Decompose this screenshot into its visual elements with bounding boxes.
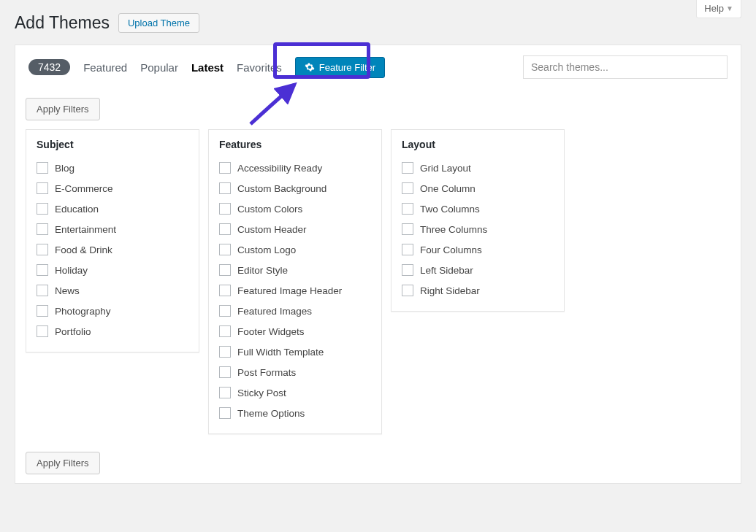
filter-option[interactable]: Theme Options	[218, 403, 373, 423]
option-label: Featured Images	[237, 306, 312, 317]
option-label: One Column	[420, 183, 476, 194]
filter-option[interactable]: Three Columns	[400, 219, 555, 239]
option-label: Theme Options	[237, 408, 305, 419]
filter-option[interactable]: Editor Style	[218, 260, 373, 280]
themes-panel: 7432 Featured Popular Latest Favorites F…	[15, 45, 741, 484]
tab-favorites[interactable]: Favorites	[237, 61, 282, 74]
filter-option[interactable]: Custom Background	[218, 178, 373, 198]
option-label: Four Columns	[420, 244, 482, 255]
group-title-layout: Layout	[392, 130, 564, 156]
checkbox[interactable]	[219, 162, 231, 174]
feature-filter-button[interactable]: Feature Filter	[295, 57, 385, 78]
checkbox[interactable]	[219, 387, 231, 398]
checkbox[interactable]	[402, 223, 413, 235]
filter-option[interactable]: Custom Header	[218, 219, 373, 239]
option-list-features: Accessibility Ready Custom Background Cu…	[209, 156, 381, 433]
filter-option[interactable]: Blog	[35, 158, 190, 178]
checkbox[interactable]	[219, 244, 231, 255]
filter-option[interactable]: Photography	[35, 301, 190, 321]
option-label: Post Formats	[237, 367, 296, 378]
filter-option[interactable]: Left Sidebar	[400, 260, 555, 280]
checkbox[interactable]	[37, 162, 48, 174]
option-label: Accessibility Ready	[237, 163, 322, 174]
checkbox[interactable]	[37, 285, 48, 296]
help-tab[interactable]: Help ▼	[696, 0, 741, 18]
filter-option[interactable]: Grid Layout	[400, 158, 555, 178]
checkbox[interactable]	[402, 162, 413, 174]
filter-option[interactable]: Sticky Post	[218, 382, 373, 403]
gear-icon	[305, 62, 315, 72]
tab-latest[interactable]: Latest	[191, 61, 224, 74]
checkbox[interactable]	[37, 264, 48, 276]
filter-bar: 7432 Featured Popular Latest Favorites F…	[15, 45, 741, 89]
filter-option[interactable]: Four Columns	[400, 239, 555, 260]
option-label: Full Width Template	[237, 347, 324, 358]
help-label: Help	[704, 3, 724, 14]
checkbox[interactable]	[37, 305, 48, 317]
option-label: Left Sidebar	[420, 265, 473, 276]
option-label: Featured Image Header	[237, 285, 342, 296]
filter-option[interactable]: Featured Image Header	[218, 280, 373, 301]
option-label: Entertainment	[55, 224, 116, 235]
filter-option[interactable]: Custom Logo	[218, 239, 373, 260]
checkbox[interactable]	[402, 244, 413, 255]
option-label: News	[55, 285, 80, 296]
option-label: Footer Widgets	[237, 326, 305, 337]
option-label: Editor Style	[237, 265, 288, 276]
checkbox[interactable]	[37, 244, 48, 255]
feature-filter-label: Feature Filter	[319, 62, 375, 73]
theme-count-badge: 7432	[28, 59, 70, 75]
filter-option[interactable]: Custom Colors	[218, 198, 373, 219]
option-label: Custom Background	[237, 183, 327, 194]
filter-groups: Subject Blog E-Commerce Education Entert…	[15, 129, 741, 443]
search-input[interactable]	[523, 55, 728, 79]
checkbox[interactable]	[37, 182, 48, 194]
tab-featured[interactable]: Featured	[83, 61, 127, 74]
apply-filters-button-top[interactable]: Apply Filters	[26, 98, 100, 120]
filter-option[interactable]: Post Formats	[218, 362, 373, 382]
option-label: E-Commerce	[55, 183, 113, 194]
filter-option[interactable]: Entertainment	[35, 219, 190, 239]
upload-theme-button[interactable]: Upload Theme	[118, 13, 199, 33]
filter-option[interactable]: Right Sidebar	[400, 280, 555, 301]
filter-option[interactable]: Holiday	[35, 260, 190, 280]
checkbox[interactable]	[219, 366, 231, 378]
filter-option[interactable]: Portfolio	[35, 321, 190, 342]
checkbox[interactable]	[219, 223, 231, 235]
checkbox[interactable]	[219, 182, 231, 194]
checkbox[interactable]	[37, 203, 48, 215]
option-label: Custom Header	[237, 224, 307, 235]
option-label: Three Columns	[420, 224, 487, 235]
filter-option[interactable]: E-Commerce	[35, 178, 190, 198]
group-title-features: Features	[209, 130, 381, 156]
checkbox[interactable]	[219, 407, 231, 419]
checkbox[interactable]	[402, 285, 413, 296]
checkbox[interactable]	[219, 264, 231, 276]
checkbox[interactable]	[219, 305, 231, 317]
apply-row-top: Apply Filters	[15, 89, 741, 129]
checkbox[interactable]	[402, 203, 413, 215]
filter-option[interactable]: One Column	[400, 178, 555, 198]
apply-filters-button-bottom[interactable]: Apply Filters	[26, 452, 100, 474]
checkbox[interactable]	[219, 285, 231, 296]
checkbox[interactable]	[219, 325, 231, 337]
filter-option[interactable]: Full Width Template	[218, 342, 373, 362]
checkbox[interactable]	[219, 203, 231, 215]
filter-option[interactable]: Featured Images	[218, 301, 373, 321]
filter-option[interactable]: Two Columns	[400, 198, 555, 219]
checkbox[interactable]	[402, 182, 413, 194]
checkbox[interactable]	[37, 325, 48, 337]
filter-option[interactable]: News	[35, 280, 190, 301]
option-label: Portfolio	[55, 326, 91, 337]
filter-group-layout: Layout Grid Layout One Column Two Column…	[391, 129, 565, 312]
checkbox[interactable]	[219, 346, 231, 358]
filter-option[interactable]: Footer Widgets	[218, 321, 373, 342]
option-label: Blog	[55, 163, 75, 174]
filter-option[interactable]: Accessibility Ready	[218, 158, 373, 178]
filter-option[interactable]: Food & Drink	[35, 239, 190, 260]
checkbox[interactable]	[402, 264, 413, 276]
tab-popular[interactable]: Popular	[140, 61, 178, 74]
option-label: Right Sidebar	[420, 285, 480, 296]
filter-option[interactable]: Education	[35, 198, 190, 219]
checkbox[interactable]	[37, 223, 48, 235]
